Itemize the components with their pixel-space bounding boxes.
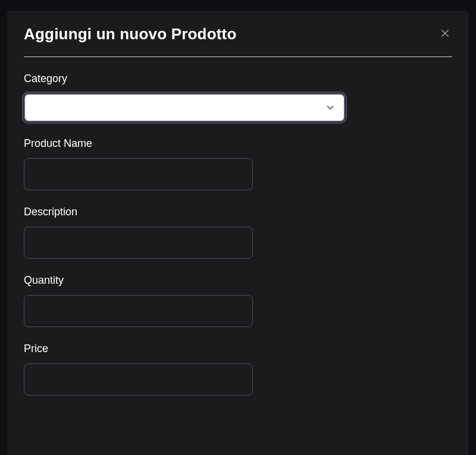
price-input[interactable] <box>24 363 253 396</box>
close-icon <box>440 28 450 40</box>
category-select[interactable] <box>24 93 345 122</box>
price-label: Price <box>24 343 452 355</box>
add-product-modal: Aggiungi un nuovo Prodotto Category <box>7 11 469 455</box>
description-label: Description <box>24 206 452 218</box>
quantity-group: Quantity <box>24 274 452 327</box>
description-input[interactable] <box>24 227 253 259</box>
quantity-label: Quantity <box>24 274 452 287</box>
price-group: Price <box>24 343 452 396</box>
product-name-group: Product Name <box>24 137 452 190</box>
category-select-wrapper <box>24 93 345 122</box>
modal-body: Category Product Name Description Quanti… <box>24 73 452 411</box>
close-button[interactable] <box>438 27 452 42</box>
modal-header: Aggiungi un nuovo Prodotto <box>24 25 452 57</box>
description-group: Description <box>24 206 452 259</box>
modal-title: Aggiungi un nuovo Prodotto <box>24 25 237 43</box>
category-label: Category <box>24 73 452 85</box>
product-name-label: Product Name <box>24 137 452 150</box>
category-group: Category <box>24 73 452 122</box>
quantity-input[interactable] <box>24 295 253 327</box>
product-name-input[interactable] <box>24 158 253 190</box>
